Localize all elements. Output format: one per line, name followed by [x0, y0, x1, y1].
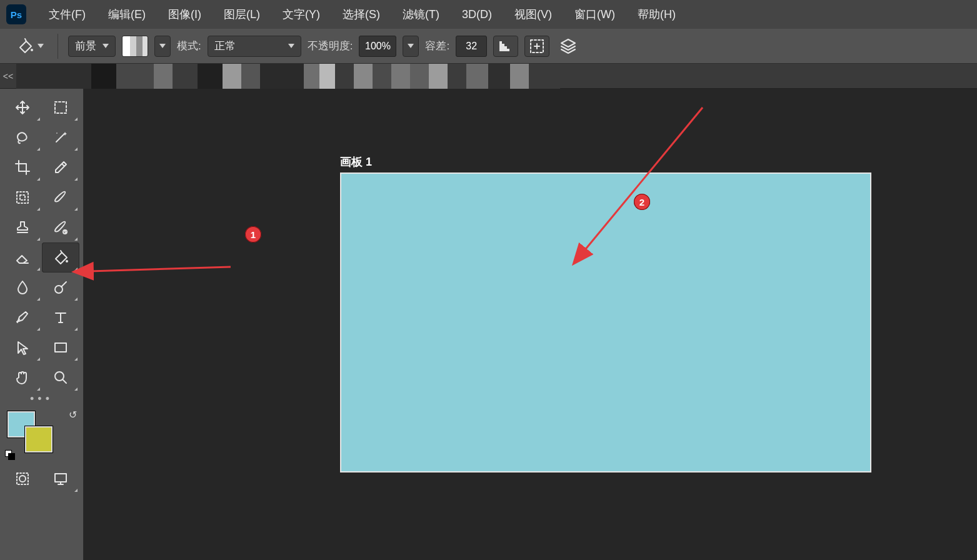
marquee-icon — [53, 99, 69, 116]
menu-3d[interactable]: 3D(D) — [451, 8, 503, 21]
tool-panel: ••• ↺ — [0, 89, 84, 560]
paint-bucket-icon — [16, 38, 34, 55]
annotation-badge-1: 1 — [245, 226, 261, 242]
layers-icon — [559, 37, 578, 56]
svg-rect-10 — [17, 473, 28, 484]
tool-group-separator[interactable]: ••• — [4, 392, 79, 405]
background-color-swatch[interactable] — [25, 426, 53, 452]
default-colors-icon[interactable] — [5, 450, 15, 460]
swap-colors-icon[interactable]: ↺ — [69, 409, 77, 421]
magic-wand-icon — [53, 129, 69, 146]
blend-mode-value: 正常 — [214, 39, 236, 53]
fill-source-value: 前景 — [75, 39, 96, 53]
path-selection-tool[interactable] — [4, 332, 42, 362]
options-bar: 前景 模式: 正常 不透明度: 100% 容差: 32 — [0, 29, 977, 64]
type-icon — [53, 309, 69, 326]
workspace: ••• ↺ 画板 1 1 — [0, 89, 977, 560]
dodge-tool[interactable] — [42, 272, 80, 302]
crop-tool[interactable] — [4, 152, 42, 182]
collapse-panels-button[interactable]: << — [0, 64, 16, 88]
document-tabs-bar: << — [0, 64, 977, 89]
eyedropper-icon — [53, 159, 69, 176]
chevron-down-icon — [103, 44, 109, 48]
svg-line-13 — [90, 267, 231, 271]
anti-alias-toggle[interactable] — [493, 36, 518, 57]
move-icon — [14, 99, 31, 116]
crop-icon — [14, 159, 31, 176]
menu-select[interactable]: 选择(S) — [331, 7, 391, 22]
hand-tool[interactable] — [4, 362, 42, 392]
chevron-down-icon — [288, 44, 294, 48]
rectangle-icon — [53, 339, 69, 356]
menu-window[interactable]: 窗口(W) — [563, 7, 626, 22]
menu-image[interactable]: 图像(I) — [157, 7, 213, 22]
menu-bar: Ps 文件(F) 编辑(E) 图像(I) 图层(L) 文字(Y) 选择(S) 滤… — [0, 0, 977, 29]
chevron-down-icon — [159, 44, 166, 48]
opacity-input[interactable]: 100% — [359, 36, 396, 57]
arrow-cursor-icon — [15, 340, 30, 355]
menu-layer[interactable]: 图层(L) — [213, 7, 271, 22]
all-layers-toggle[interactable] — [556, 36, 581, 57]
zoom-tool[interactable] — [42, 362, 80, 392]
pattern-swatch[interactable] — [122, 36, 148, 57]
magic-wand-tool[interactable] — [42, 122, 80, 152]
history-brush-icon — [53, 219, 69, 236]
blend-mode-dropdown[interactable]: 正常 — [208, 36, 301, 57]
screen-mode-toggle[interactable] — [42, 464, 80, 494]
eyedropper-tool[interactable] — [42, 152, 80, 182]
chevron-down-icon — [38, 44, 44, 48]
svg-point-11 — [19, 476, 26, 482]
svg-point-6 — [66, 260, 68, 262]
type-tool[interactable] — [42, 302, 80, 332]
rectangular-marquee-tool[interactable] — [42, 92, 80, 122]
dodge-icon — [53, 279, 69, 296]
zoom-icon — [53, 369, 69, 386]
menu-filter[interactable]: 滤镜(T) — [391, 7, 451, 22]
move-tool[interactable] — [4, 92, 42, 122]
quick-mask-icon — [14, 471, 31, 487]
frame-tool[interactable] — [4, 182, 42, 212]
screen-mode-icon — [53, 471, 69, 487]
svg-rect-3 — [17, 192, 28, 203]
menu-type[interactable]: 文字(Y) — [271, 7, 331, 22]
mode-label: 模式: — [177, 39, 201, 53]
lasso-tool[interactable] — [4, 122, 42, 152]
svg-rect-12 — [55, 474, 66, 482]
current-tool-indicator[interactable] — [13, 34, 48, 59]
pattern-picker-dropdown[interactable] — [154, 36, 171, 57]
canvas-area[interactable]: 画板 1 1 2 — [84, 89, 977, 560]
menu-file[interactable]: 文件(F) — [38, 7, 97, 22]
frame-icon — [14, 189, 31, 206]
rectangle-shape-tool[interactable] — [42, 332, 80, 362]
opacity-dropdown[interactable] — [403, 36, 419, 57]
menu-view[interactable]: 视图(V) — [503, 7, 563, 22]
annotation-badge-2: 2 — [634, 194, 650, 210]
selection-add-icon — [529, 38, 545, 54]
svg-point-0 — [31, 49, 33, 51]
anti-alias-icon — [498, 39, 513, 54]
annotation-arrow-1 — [84, 245, 321, 282]
fill-source-dropdown[interactable]: 前景 — [68, 36, 116, 57]
brush-icon — [53, 189, 69, 206]
artboard-1[interactable] — [340, 172, 871, 472]
history-brush-tool[interactable] — [42, 212, 80, 242]
menu-help[interactable]: 帮助(H) — [626, 7, 687, 22]
contiguous-toggle[interactable] — [524, 36, 549, 57]
eraser-icon — [14, 249, 31, 266]
smudge-icon — [14, 279, 31, 296]
clone-stamp-tool[interactable] — [4, 212, 42, 242]
paint-bucket-tool[interactable] — [42, 242, 80, 272]
eraser-tool[interactable] — [4, 242, 42, 272]
pen-icon — [14, 309, 31, 326]
pen-tool[interactable] — [4, 302, 42, 332]
brush-tool[interactable] — [42, 182, 80, 212]
smudge-tool[interactable] — [4, 272, 42, 302]
quick-mask-toggle[interactable] — [4, 464, 42, 494]
menu-edit[interactable]: 编辑(E) — [97, 7, 157, 22]
artboard-label[interactable]: 画板 1 — [340, 154, 372, 169]
paint-bucket-icon — [53, 249, 69, 266]
pixelated-tab-region — [16, 64, 560, 88]
tolerance-input[interactable]: 32 — [456, 36, 487, 57]
svg-rect-4 — [20, 195, 25, 200]
opacity-label: 不透明度: — [308, 39, 353, 53]
